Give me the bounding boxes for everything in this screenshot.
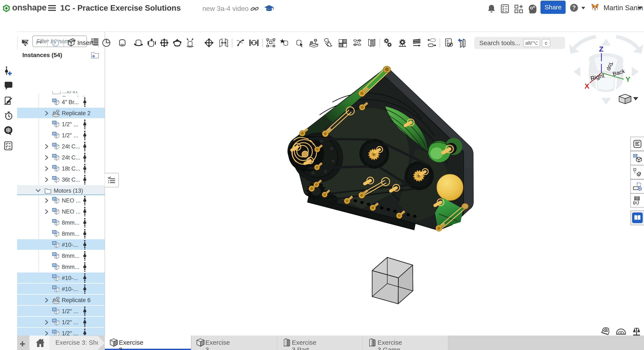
svg-text:Y: Y <box>626 75 630 83</box>
svg-text:x): x) <box>634 199 639 205</box>
svg-text:Z: Z <box>599 45 604 53</box>
svg-text:X: X <box>584 82 590 90</box>
